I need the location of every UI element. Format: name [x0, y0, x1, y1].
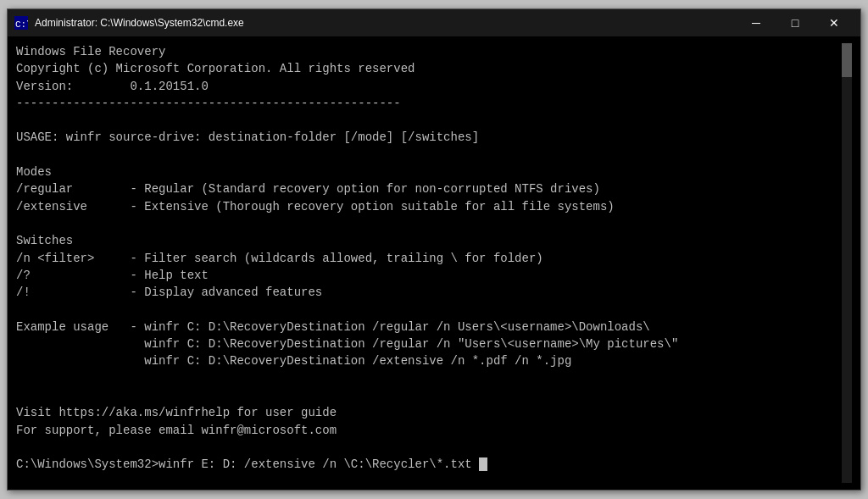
- close-button[interactable]: ✕: [815, 9, 854, 36]
- line22: Visit https://aka.ms/winfrhelp for user …: [16, 406, 337, 419]
- scrollbar[interactable]: [842, 43, 852, 483]
- line6: USAGE: winfr source-drive: destination-f…: [16, 130, 479, 144]
- line8: Modes: [16, 165, 52, 179]
- line2: Copyright (c) Microsoft Corporation. All…: [16, 62, 415, 75]
- line14: /? - Help text: [16, 269, 209, 282]
- window-title: Administrator: C:\Windows\System32\cmd.e…: [35, 17, 737, 29]
- cursor: [479, 457, 487, 471]
- line15: /! - Display advanced features: [16, 286, 322, 299]
- console-area: Windows File Recovery Copyright (c) Micr…: [8, 36, 860, 490]
- line1: Windows File Recovery: [16, 45, 165, 58]
- cmd-window: C:\ Administrator: C:\Windows\System32\c…: [7, 8, 861, 491]
- scrollbar-thumb[interactable]: [842, 43, 852, 77]
- svg-text:C:\: C:\: [15, 19, 28, 30]
- line10: /extensive - Extensive (Thorough recover…: [16, 200, 615, 213]
- line19: winfr C: D:\RecoveryDestination /extensi…: [16, 354, 571, 368]
- line3: Version: 0.1.20151.0: [16, 80, 209, 93]
- line9: /regular - Regular (Standard recovery op…: [16, 182, 600, 196]
- line17: Example usage - winfr C: D:\RecoveryDest…: [16, 320, 650, 334]
- line18: winfr C: D:\RecoveryDestination /regular…: [16, 337, 678, 351]
- maximize-button[interactable]: □: [776, 9, 815, 36]
- title-bar: C:\ Administrator: C:\Windows\System32\c…: [8, 9, 860, 36]
- cmd-icon: C:\: [14, 16, 28, 30]
- window-controls: ─ □ ✕: [737, 9, 854, 36]
- minimize-button[interactable]: ─: [737, 9, 776, 36]
- console-content: Windows File Recovery Copyright (c) Micr…: [16, 43, 842, 483]
- line23: For support, please email winfr@microsof…: [16, 424, 337, 437]
- line4: ----------------------------------------…: [16, 97, 401, 110]
- line12: Switches: [16, 234, 73, 247]
- line25: C:\Windows\System32>winfr E: D: /extensi…: [16, 457, 479, 471]
- line13: /n <filter> - Filter search (wildcards a…: [16, 252, 543, 265]
